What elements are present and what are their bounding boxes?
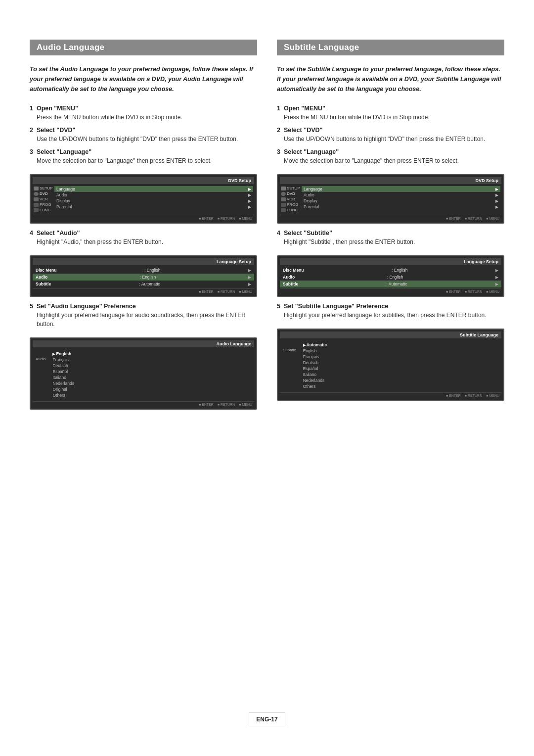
sub-subtitle-arrow: ▶ — [495, 282, 498, 286]
sub-menu-item-language: Language ▶ — [302, 186, 500, 192]
sidebar-setup-label: SETUP — [40, 186, 53, 190]
audio-step-4: 4 Select "Audio" Highlight "Audio," then… — [30, 230, 257, 246]
sub-disc-menu-label: Disc Menu — [283, 268, 304, 273]
subtitle-step-5: 5 Set "Subtitle Language" Preference Hig… — [277, 303, 504, 320]
subtitle-lang-select-title: Subtitle Language — [280, 331, 501, 338]
subtitle-label: Subtitle — [36, 282, 51, 286]
sub-menu-parental-label: Parental — [304, 204, 319, 209]
subtitle-step-4-desc: Highlight "Subtitle", then press the ENT… — [284, 237, 504, 246]
audio-dvd-setup-title: DVD Setup — [33, 177, 254, 184]
sub-return3-label: ■ RETURN — [465, 394, 482, 397]
audio-language-setup-screen: Language Setup Disc Menu : English ▶ Aud… — [30, 255, 257, 297]
sub-audio-label: Audio — [283, 275, 295, 280]
audio-dvd-sidebar: SETUP DVD VCR — [34, 186, 54, 212]
audio-step-3-title: 3 Select "Language" — [30, 148, 257, 155]
sidebar-prog: PROG — [34, 202, 53, 207]
sub-lang-row-audio: Audio : English ▶ — [280, 274, 501, 281]
sub-menu-language-arrow: ▶ — [495, 187, 498, 191]
subtitle-step-5-title: 5 Set "Subtitle Language" Preference — [277, 303, 504, 310]
audio-language-title: Audio Language — [30, 40, 257, 55]
subtitle-lang-select-content: Subtitle Automatic English Français Deut… — [280, 340, 501, 391]
sub-subtitle-label: Subtitle — [283, 282, 298, 286]
sub-disc-icon — [281, 192, 286, 196]
subtitle-step-1-label: Open "MENU" — [284, 105, 325, 112]
audio-option-original: Original — [50, 386, 251, 392]
lang-row-disc-menu: Disc Menu : English ▶ — [33, 267, 254, 274]
subtitle-dvd-bottom-bar: ■ ENTER ■ RETURN ■ MENU — [280, 215, 501, 221]
lang-row-audio: Audio : English ▶ — [33, 274, 254, 281]
subtitle-option-deutsch: Deutsch — [301, 360, 498, 366]
sub-menu-item-parental: Parental ▶ — [302, 204, 500, 210]
audio-step-4-label: Select "Audio" — [37, 230, 80, 236]
subtitle-value: : Automatic — [139, 282, 160, 286]
sidebar-prog-label: PROG — [40, 202, 51, 207]
subtitle-option-others: Others — [301, 383, 498, 389]
sub-sidebar-func: FUNC — [281, 208, 300, 212]
audio-option-francais: Français — [50, 357, 251, 363]
vcr-icon — [34, 197, 39, 201]
subtitle-step-3-title: 3 Select "Language" — [277, 148, 504, 155]
audio-step-4-number: 4 — [30, 230, 33, 236]
sub-sidebar-dvd-label: DVD — [287, 191, 295, 196]
audio-arrow: ▶ — [248, 275, 251, 280]
two-column-layout: Audio Language To set the Audio Language… — [30, 40, 504, 688]
subtitle-option-italiano: Italiano — [301, 372, 498, 378]
sub-return2-label: ■ RETURN — [465, 290, 482, 293]
audio-step-4-title: 4 Select "Audio" — [30, 230, 257, 236]
subtitle-step-2-desc: Use the UP/DOWN buttons to highlight "DV… — [284, 135, 504, 143]
subtitle-step-1-title: 1 Open "MENU" — [277, 105, 504, 112]
return3-label: ■ RETURN — [218, 403, 235, 406]
sub-lang-row-subtitle: Subtitle : Automatic ▶ — [280, 281, 501, 287]
sub-menu-label: ■ MENU — [486, 217, 499, 220]
sub-menu-item-audio: Audio ▶ — [302, 192, 500, 198]
sub-sidebar-func-label: FUNC — [287, 208, 298, 212]
subtitle-step-4-title: 4 Select "Subtitle" — [277, 230, 504, 236]
audio-option-italiano: Italiano — [50, 375, 251, 380]
sub-sidebar-dvd: DVD — [281, 191, 300, 196]
audio-dvd-setup-menu: Language ▶ Audio ▶ Display ▶ — [54, 186, 253, 212]
return2-label: ■ RETURN — [218, 290, 235, 293]
sub-audio-value: : English — [387, 275, 403, 280]
subtitle-step-3-label: Select "Language" — [284, 148, 339, 155]
sub-menu-parental-arrow: ▶ — [495, 205, 498, 209]
menu3-label: ■ MENU — [239, 403, 252, 406]
audio-step-5-title: 5 Set "Audio Language" Preference — [30, 303, 257, 310]
audio-step-5-number: 5 — [30, 303, 33, 310]
audio-language-column: Audio Language To set the Audio Language… — [30, 40, 257, 688]
sidebar-func-label: FUNC — [40, 208, 50, 212]
audio-language-intro: To set the Audio Language to your prefer… — [30, 64, 257, 94]
menu-parental-arrow: ▶ — [248, 205, 251, 209]
menu-audio-label: Audio — [56, 192, 67, 197]
enter-label: ■ ENTER — [199, 217, 214, 220]
audio-step-5-desc: Highlight your preferred language for au… — [37, 311, 257, 329]
sub-enter2-label: ■ ENTER — [446, 290, 461, 293]
subtitle-dvd-setup-content: SETUP DVD VCR — [280, 185, 501, 213]
subtitle-step-1-number: 1 — [277, 105, 280, 112]
sub-disc-menu-value: : English — [392, 268, 408, 273]
audio-option-espanol: Español — [50, 369, 251, 375]
sidebar-setup: SETUP — [34, 186, 53, 190]
audio-step-1-number: 1 — [30, 105, 33, 112]
subtitle-step-3-desc: Move the selection bar to "Language" the… — [284, 156, 504, 165]
subtitle-step-5-number: 5 — [277, 303, 280, 310]
menu-item-language: Language ▶ — [54, 186, 253, 192]
audio-lang-select-title: Audio Language — [33, 340, 254, 347]
sub-sidebar-setup: SETUP — [281, 186, 300, 190]
lang-row-subtitle: Subtitle : Automatic ▶ — [33, 281, 254, 287]
subtitle-step-2-label: Select "DVD" — [284, 127, 323, 134]
sidebar-dvd-label: DVD — [40, 191, 48, 196]
audio-step-3-label: Select "Language" — [37, 148, 91, 155]
page-bottom: ENG-17 — [30, 703, 504, 726]
sub-enter3-label: ■ ENTER — [446, 394, 461, 397]
audio-lang-options: English Français Deutsch Español Italian… — [50, 351, 251, 398]
sub-func-icon — [281, 208, 286, 212]
audio-language-steps: 1 Open "MENU" Press the MENU button whil… — [30, 105, 257, 416]
menu-display-label: Display — [56, 198, 70, 203]
subtitle-step-4-number: 4 — [277, 230, 280, 236]
menu-item-display: Display ▶ — [54, 198, 253, 204]
disc-menu-label: Disc Menu — [36, 268, 57, 273]
disc-menu-value: : English — [144, 268, 161, 273]
audio-option-others: Others — [50, 392, 251, 398]
subtitle-side-label: Subtitle — [283, 342, 296, 389]
subtitle-language-steps: 1 Open "MENU" Press the MENU button whil… — [277, 105, 504, 407]
